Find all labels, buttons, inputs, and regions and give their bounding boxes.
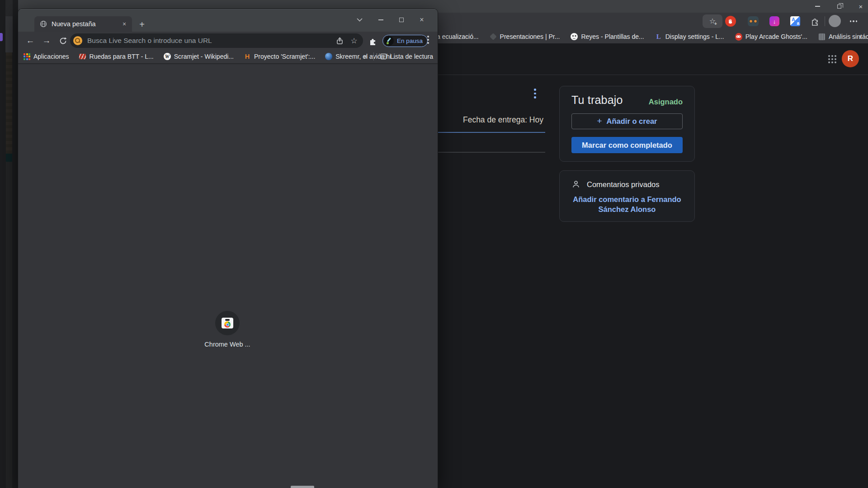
bookmark-label: Scramjet - Wikipedi... <box>174 53 234 60</box>
sword-extension-icon <box>384 36 394 46</box>
video-downloader-extension-button[interactable]: ↓ <box>769 16 780 27</box>
smiley-favicon <box>571 33 578 40</box>
bookmark-label: Análisis sintáctico a... <box>829 33 868 40</box>
wikipedia-favicon: W <box>164 53 171 60</box>
minimize-icon <box>378 19 383 20</box>
back-button[interactable]: ← <box>24 35 36 47</box>
live-search-icon <box>73 36 82 45</box>
background-app-sliver <box>0 0 18 488</box>
sliver-segment <box>5 0 13 16</box>
minimize-button[interactable] <box>375 14 387 25</box>
bookmark-item[interactable]: Ruedas para BTT - L... <box>79 53 154 60</box>
bookmarks-bar: Aplicaciones Ruedas para BTT - L... W Sc… <box>18 50 438 64</box>
more-horizontal-icon <box>850 20 858 22</box>
bookmarks-overflow-button[interactable]: » <box>363 52 368 61</box>
bookmark-item-apps[interactable]: Aplicaciones <box>24 53 69 60</box>
extensions-menu-button[interactable] <box>367 35 379 47</box>
toolbar-divider <box>825 16 825 26</box>
bookmark-item[interactable]: H Proyecto 'Scramjet':... <box>244 53 315 60</box>
translate-letter: A <box>792 17 795 22</box>
globe-icon <box>40 20 47 28</box>
bookmark-label: Presentaciones | Pr... <box>500 33 560 40</box>
comment-link-line1: Añadir comentario a Fernando <box>564 194 690 204</box>
paused-badge-label: En pausa <box>397 38 423 44</box>
chrome-web-store-shortcut[interactable] <box>215 311 240 335</box>
reading-list-label: Lista de lectura <box>390 53 433 60</box>
shortcut-label: Chrome Web ... <box>191 341 264 348</box>
mark-complete-button[interactable]: Marcar como completado <box>571 137 683 153</box>
new-tab-button[interactable]: + <box>137 19 147 30</box>
goggles-extension-button[interactable] <box>748 16 759 27</box>
reload-button[interactable] <box>57 35 69 47</box>
bookmark-star-button[interactable]: ☆ <box>349 35 359 46</box>
puzzle-icon <box>368 37 377 46</box>
new-tab-page: Chrome Web ... <box>18 64 438 488</box>
person-icon <box>571 180 580 189</box>
account-avatar[interactable]: R <box>842 50 859 67</box>
tab-strip: Nueva pestaña × + × <box>18 9 438 32</box>
bookmark-item[interactable]: L Display settings - L... <box>655 33 724 40</box>
extension-paused-badge[interactable]: En pausa <box>382 35 428 47</box>
address-bar-placeholder: Busca Live Search o introduce una URL <box>87 37 334 45</box>
assignment-options-menu[interactable] <box>534 89 536 100</box>
sliver-segment <box>6 154 12 162</box>
letter-H-favicon: H <box>244 53 251 60</box>
private-comments-title: Comentarios privados <box>587 180 660 189</box>
bookmark-label: Reyes - Plantillas de... <box>581 33 644 40</box>
minimize-button[interactable] <box>808 0 826 13</box>
address-bar[interactable]: Busca Live Search o introduce una URL ☆ <box>70 33 363 48</box>
bookmark-item[interactable]: W Scramjet - Wikipedi... <box>164 53 234 60</box>
share-button[interactable] <box>334 35 345 46</box>
maximize-button[interactable] <box>396 14 407 25</box>
bookmark-label: a ecualizació... <box>437 33 479 40</box>
translate-icon: A a <box>790 16 800 26</box>
browser-toolbar: ← → Busca Live Search o introduce una UR… <box>18 32 438 50</box>
private-comments-card: Comentarios privados Añadir comentario a… <box>559 170 695 222</box>
browser-profile-avatar[interactable] <box>829 15 841 27</box>
restore-button[interactable] <box>830 0 848 13</box>
google-apps-grid-icon[interactable] <box>827 54 837 64</box>
forward-button[interactable]: → <box>41 35 52 47</box>
sliver-segment <box>6 162 12 488</box>
tab-close-button[interactable]: × <box>120 20 128 28</box>
add-or-create-label: Añadir o crear <box>607 117 657 126</box>
avatar-letter: R <box>848 54 853 63</box>
translate-extension-button[interactable]: A a <box>790 16 801 27</box>
bookmarks-overflow-chevron[interactable]: › <box>859 32 862 42</box>
goggles-icon <box>748 16 759 26</box>
add-or-create-button[interactable]: + Añadir o crear <box>571 113 683 129</box>
chevron-down-icon <box>357 18 363 22</box>
bookmark-label: Ruedas para BTT - L... <box>90 53 154 60</box>
plus-icon: + <box>597 116 602 126</box>
game-controller-favicon <box>735 33 742 40</box>
browser-menu-button[interactable] <box>848 16 859 27</box>
mark-complete-label: Marcar como completado <box>582 141 672 150</box>
bookmark-star-highlight[interactable]: ☆ + <box>703 14 722 28</box>
tab-nueva-pestana[interactable]: Nueva pestaña × <box>34 16 132 32</box>
extensions-menu-button[interactable] <box>810 16 821 27</box>
adblock-extension-button[interactable] <box>725 16 736 27</box>
reading-list-button[interactable]: Lista de lectura <box>380 53 433 60</box>
your-work-title: Tu trabajo <box>571 94 623 107</box>
btt-favicon <box>79 53 86 60</box>
bookmark-item[interactable]: Reyes - Plantillas de... <box>571 33 644 40</box>
bookmark-label: Proyecto 'Scramjet':... <box>254 53 315 60</box>
bookmark-label: Display settings - L... <box>665 33 724 40</box>
assignment-status-badge: Asignado <box>649 98 683 106</box>
bookmark-label: Play Arcade Ghosts'... <box>745 33 807 40</box>
scrollbar-thumb[interactable] <box>291 486 314 488</box>
download-arrow-icon: ↓ <box>769 16 779 26</box>
your-work-card: Tu trabajo Asignado + Añadir o crear Mar… <box>559 86 695 162</box>
book-favicon <box>818 33 826 40</box>
bookmark-item[interactable]: a ecualizació... <box>437 33 479 40</box>
bookmark-item[interactable]: Play Arcade Ghosts'... <box>735 33 807 40</box>
bookmark-item[interactable]: Presentaciones | Pr... <box>490 33 560 40</box>
browser-menu-button[interactable] <box>427 36 429 44</box>
window-chevron-button[interactable] <box>354 14 365 25</box>
restore-icon <box>837 5 841 9</box>
close-icon: × <box>859 3 863 10</box>
close-button[interactable]: × <box>852 0 868 13</box>
add-private-comment-link[interactable]: Añadir comentario a Fernando Sánchez Alo… <box>564 194 690 214</box>
chrome-web-store-icon <box>222 318 233 328</box>
close-button[interactable]: × <box>416 14 428 25</box>
